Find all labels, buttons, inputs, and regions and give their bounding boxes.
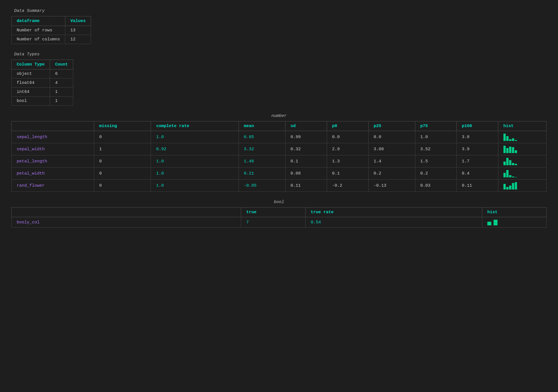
number-col-header: hist <box>498 121 546 131</box>
data-types-title: Data Types <box>14 52 547 57</box>
summary-row-label: Number of rows <box>12 26 65 35</box>
p0-value: 0.1 <box>327 167 368 180</box>
bool-col-header <box>12 208 241 217</box>
table-row: Number of columns 12 <box>12 35 91 44</box>
p25-value: 3.08 <box>368 143 415 155</box>
p0-value: 2.9 <box>327 143 368 155</box>
mean-value: 0.85 <box>239 131 285 143</box>
hist-cell <box>498 143 546 155</box>
number-col-header: missing <box>94 121 151 131</box>
data-types-header-row: Column Type Count <box>12 60 73 69</box>
table-row: bool1 <box>12 97 73 106</box>
mean-value: 3.32 <box>239 143 285 155</box>
bool-section: bool truetrue ratehist booly_col70.54 <box>11 200 547 228</box>
number-col-header: complete rate <box>151 121 239 131</box>
number-col-header: p0 <box>327 121 368 131</box>
variable-name: petal_length <box>12 155 94 167</box>
bool-variable-name: booly_col <box>12 217 241 228</box>
table-row: petal_width01.00.210.080.10.20.20.4 <box>12 167 547 180</box>
table-row: sepal_length01.00.850.990.00.01.03.0 <box>12 131 547 143</box>
bool-true-rate-value: 0.54 <box>306 217 482 228</box>
table-row: petal_length01.01.460.11.31.41.51.7 <box>12 155 547 167</box>
variable-name: rand_flower <box>12 180 94 192</box>
p25-value: 0.0 <box>368 131 415 143</box>
number-section: number missingcomplete ratemeansdp0p25p7… <box>11 114 547 192</box>
bool-true-value: 7 <box>241 217 306 228</box>
data-summary-table: dataframe Values Number of rows 13 Numbe… <box>11 16 91 44</box>
summary-col-header-dataframe: dataframe <box>12 16 65 26</box>
missing-value: 0 <box>94 155 151 167</box>
count-value: 1 <box>50 88 73 97</box>
p0-value: -0.2 <box>327 180 368 192</box>
bool-col-header: hist <box>482 208 546 217</box>
column-type-value: object <box>12 69 50 79</box>
p75-value: 1.0 <box>415 131 457 143</box>
p100-value: 3.0 <box>457 131 498 143</box>
data-summary-section: Data Summary dataframe Values Number of … <box>11 8 547 44</box>
sd-value: 0.08 <box>285 167 327 180</box>
sd-value: 0.32 <box>285 143 327 155</box>
p75-value: 0.03 <box>415 180 457 192</box>
count-value: 6 <box>50 69 73 79</box>
missing-value: 0 <box>94 131 151 143</box>
summary-row-value: 13 <box>65 26 91 35</box>
bool-header-row: truetrue ratehist <box>12 208 547 217</box>
hist-cell <box>498 180 546 192</box>
table-row: sepal_width10.923.320.322.93.083.523.9 <box>12 143 547 155</box>
missing-value: 0 <box>94 180 151 192</box>
number-col-header: p75 <box>415 121 457 131</box>
p25-value: -0.13 <box>368 180 415 192</box>
number-col-header: p25 <box>368 121 415 131</box>
table-row: float644 <box>12 79 73 88</box>
p0-value: 1.3 <box>327 155 368 167</box>
table-row: object6 <box>12 69 73 79</box>
complete-rate-value: 1.0 <box>151 167 239 180</box>
table-row: rand_flower01.0-0.050.11-0.2-0.130.030.1… <box>12 180 547 192</box>
p75-value: 0.2 <box>415 167 457 180</box>
p25-value: 1.4 <box>368 155 415 167</box>
count-value: 1 <box>50 97 73 106</box>
bool-col-header: true rate <box>306 208 482 217</box>
data-types-table: Column Type Count object6float644int641b… <box>11 60 73 106</box>
missing-value: 0 <box>94 167 151 180</box>
bool-table: truetrue ratehist booly_col70.54 <box>11 207 547 228</box>
column-type-value: float64 <box>12 79 50 88</box>
bool-hist-cell <box>482 217 546 228</box>
summary-row-value: 12 <box>65 35 91 44</box>
number-table: missingcomplete ratemeansdp0p25p75p100hi… <box>11 121 547 192</box>
number-col-header: mean <box>239 121 285 131</box>
sd-value: 0.11 <box>285 180 327 192</box>
variable-name: sepal_width <box>12 143 94 155</box>
table-row: booly_col70.54 <box>12 217 547 228</box>
number-col-header: p100 <box>457 121 498 131</box>
complete-rate-value: 1.0 <box>151 180 239 192</box>
variable-name: petal_width <box>12 167 94 180</box>
number-section-title: number <box>11 114 547 118</box>
column-type-value: int64 <box>12 88 50 97</box>
hist-cell <box>498 167 546 180</box>
number-col-header <box>12 121 94 131</box>
table-row: int641 <box>12 88 73 97</box>
p100-value: 0.11 <box>457 180 498 192</box>
summary-row-label: Number of columns <box>12 35 65 44</box>
table-row: Number of rows 13 <box>12 26 91 35</box>
data-summary-title: Data Summary <box>14 8 547 13</box>
bool-section-title: bool <box>11 200 547 204</box>
sd-value: 0.1 <box>285 155 327 167</box>
column-type-header: Column Type <box>12 60 50 69</box>
complete-rate-value: 0.92 <box>151 143 239 155</box>
p100-value: 1.7 <box>457 155 498 167</box>
p75-value: 1.5 <box>415 155 457 167</box>
data-summary-header-row: dataframe Values <box>12 16 91 26</box>
mean-value: 1.46 <box>239 155 285 167</box>
p0-value: 0.0 <box>327 131 368 143</box>
p25-value: 0.2 <box>368 167 415 180</box>
p100-value: 3.9 <box>457 143 498 155</box>
sd-value: 0.99 <box>285 131 327 143</box>
variable-name: sepal_length <box>12 131 94 143</box>
mean-value: 0.21 <box>239 167 285 180</box>
complete-rate-value: 1.0 <box>151 155 239 167</box>
count-value: 4 <box>50 79 73 88</box>
number-col-header: sd <box>285 121 327 131</box>
p100-value: 0.4 <box>457 167 498 180</box>
